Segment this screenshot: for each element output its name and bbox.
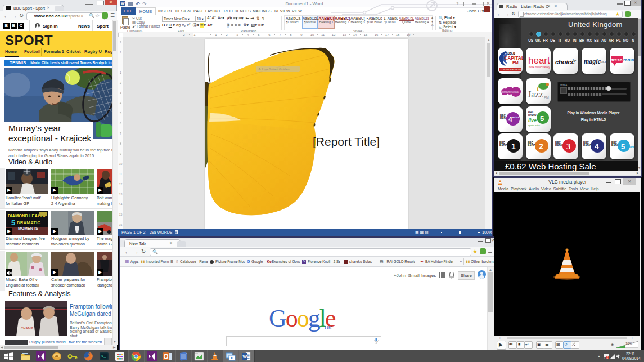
svg-text:RADIO: RADIO <box>528 114 537 117</box>
svg-text:19: 19 <box>407 33 411 37</box>
svg-text:magic: magic <box>584 57 601 65</box>
svg-text:RADIO: RADIO <box>555 144 564 147</box>
svg-text:NEWBURY SOUND: NEWBURY SOUND <box>501 91 519 93</box>
svg-text:more music variety: more music variety <box>529 66 551 69</box>
svg-text:live: live <box>629 145 634 149</box>
svg-text:extra: extra <box>512 115 519 119</box>
svg-text:heart: heart <box>528 55 550 66</box>
svg-text:fm: fm <box>573 59 577 62</box>
svg-text:RADIO: RADIO <box>583 144 592 147</box>
svg-text:2: 2 <box>226 33 228 37</box>
svg-text:95.8: 95.8 <box>508 51 515 55</box>
svg-text:LONDON'S HIT MUSIC STATION: LONDON'S HIT MUSIC STATION <box>501 69 523 71</box>
svg-text:5: 5 <box>621 142 625 151</box>
svg-text:>_: >_ <box>101 354 106 359</box>
svg-text:CHAMP: CHAMP <box>21 327 33 330</box>
svg-text:1: 1 <box>193 33 196 37</box>
svg-text:MOMENTS: MOMENTS <box>18 226 38 230</box>
svg-text:11: 11 <box>321 33 325 37</box>
svg-text:10%: 10% <box>625 342 633 345</box>
svg-text:5: 5 <box>540 114 544 123</box>
svg-text:live: live <box>528 118 537 123</box>
svg-text:16: 16 <box>375 33 379 37</box>
svg-text:1: 1 <box>511 142 516 151</box>
svg-text:9: 9 <box>300 33 303 37</box>
svg-text:choice: choice <box>555 59 575 65</box>
svg-text:FM: FM <box>544 96 549 99</box>
svg-text:DRAMATIC: DRAMATIC <box>17 220 40 225</box>
svg-text:14: 14 <box>353 33 357 37</box>
svg-text:5: 5 <box>258 33 260 37</box>
svg-text:8: 8 <box>290 33 292 37</box>
svg-text:3: 3 <box>566 142 570 151</box>
svg-text:fresh: fresh <box>611 57 623 62</box>
svg-text:Jazz: Jazz <box>528 90 543 99</box>
svg-text:17: 17 <box>385 33 389 37</box>
svg-text:4: 4 <box>247 33 249 37</box>
svg-text:4: 4 <box>595 142 599 151</box>
svg-text:W: W <box>243 354 247 359</box>
svg-text:12: 12 <box>332 33 336 37</box>
svg-text:1: 1 <box>215 33 217 37</box>
svg-text:2: 2 <box>539 142 543 151</box>
svg-text:sports extra: sports extra <box>528 124 541 127</box>
svg-text:RADIO: RADIO <box>528 144 536 147</box>
svg-text:18: 18 <box>396 33 400 37</box>
svg-text:4: 4 <box>508 115 512 123</box>
svg-text:15: 15 <box>364 33 368 37</box>
svg-text:5: 5 <box>11 218 15 227</box>
svg-text:radio: radio <box>623 57 634 62</box>
svg-text:6: 6 <box>268 33 271 37</box>
svg-text:13: 13 <box>343 33 346 37</box>
svg-text:10: 10 <box>310 33 314 37</box>
svg-text:105.4: 105.4 <box>600 61 606 64</box>
svg-text:RADIO: RADIO <box>499 144 508 147</box>
svg-text:3: 3 <box>236 33 238 37</box>
svg-text:2: 2 <box>183 33 185 37</box>
svg-text:FM: FM <box>512 60 519 65</box>
svg-text:7: 7 <box>279 33 281 37</box>
